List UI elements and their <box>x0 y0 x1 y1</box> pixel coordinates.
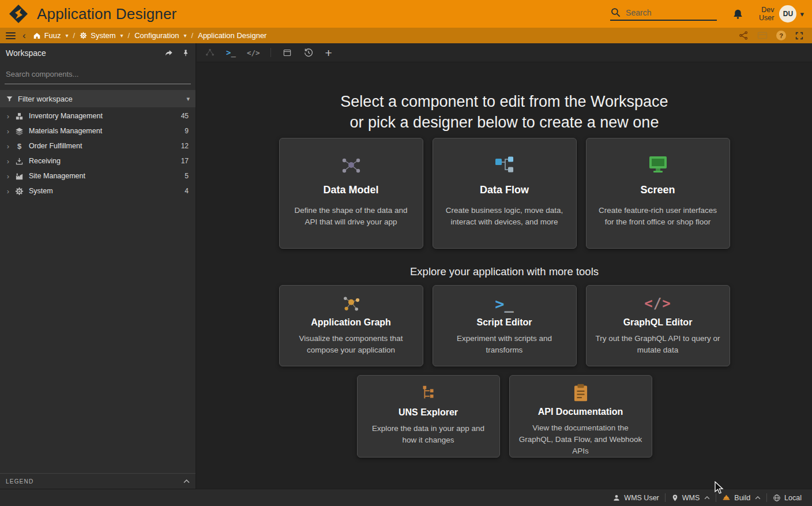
workspace-title: Workspace <box>6 48 46 58</box>
receiving-icon <box>15 157 24 166</box>
chevron-down-icon[interactable]: ▾ <box>121 32 123 39</box>
help-icon[interactable]: ? <box>776 31 786 40</box>
factory-icon <box>15 172 24 181</box>
data-flow-card[interactable]: Data Flow Create business logic, move da… <box>433 138 577 249</box>
chevron-up-icon <box>755 496 761 500</box>
pin-icon[interactable] <box>182 48 190 58</box>
fullscreen-icon[interactable] <box>795 31 804 40</box>
application-graph-card[interactable]: Application Graph Visualize the componen… <box>279 285 423 366</box>
workspace-header: Workspace <box>0 43 196 63</box>
toolbar-divider <box>270 48 271 57</box>
notifications-bell-icon[interactable] <box>732 8 744 20</box>
card-title: Screen <box>640 184 675 196</box>
card-title: API Documentation <box>538 407 623 417</box>
status-user[interactable]: WMS User <box>610 494 661 502</box>
location-pin-icon <box>671 494 679 502</box>
window-panel-icon[interactable] <box>282 48 292 58</box>
uns-explorer-card[interactable]: UNS Explorer Explore the data in your ap… <box>357 375 500 458</box>
card-description: Create feature-rich user interfaces for … <box>595 205 721 228</box>
component-tree: › Inventory Management 45 › Materials Ma… <box>0 108 196 198</box>
component-search-input[interactable] <box>5 66 191 84</box>
graphql-editor-card[interactable]: </> GraphQL Editor Try out the GraphQL A… <box>586 285 730 366</box>
screen-icon <box>646 153 670 177</box>
script-editor-icon: >_ <box>495 293 514 314</box>
script-console-icon[interactable]: >_ <box>226 48 236 57</box>
expand-chevron-icon[interactable]: › <box>3 157 13 166</box>
breadcrumb-item-application-designer[interactable]: Application Designer <box>198 31 266 40</box>
extra-cards-row: UNS Explorer Explore the data in your ap… <box>197 375 812 458</box>
tree-item-system[interactable]: › System 4 <box>0 183 196 198</box>
breadcrumb-item-system[interactable]: System ▾ <box>80 31 123 40</box>
card-description: Define the shape of the data and API tha… <box>288 205 415 228</box>
card-title: GraphQL Editor <box>623 317 693 328</box>
tool-cards-row: Application Graph Visualize the componen… <box>197 285 812 366</box>
breadcrumb-separator: / <box>128 31 130 40</box>
expand-chevron-icon[interactable]: › <box>3 112 13 121</box>
search-icon <box>610 7 621 18</box>
chevron-down-icon[interactable]: ▾ <box>186 95 190 103</box>
item-count-badge: 45 <box>181 112 189 120</box>
tree-item-site-management[interactable]: › Site Management 5 <box>0 168 196 183</box>
data-flow-icon <box>493 153 516 177</box>
tree-item-receiving[interactable]: › Receiving 17 <box>0 153 196 168</box>
card-description: Create business logic, move data, intera… <box>441 205 568 228</box>
expand-chevron-icon[interactable]: › <box>3 187 13 196</box>
add-tab-icon[interactable]: + <box>325 47 332 59</box>
application-designer-app: Application Designer Dev User DU ▾ <box>0 0 812 506</box>
status-location[interactable]: WMS <box>669 494 713 502</box>
chevron-up-icon <box>704 496 710 500</box>
top-bar: Application Designer Dev User DU ▾ <box>0 0 812 28</box>
pop-out-arrow-icon[interactable] <box>164 48 174 58</box>
tree-item-order-fulfillment[interactable]: › $ Order Fulfillment 12 <box>0 138 196 153</box>
avatar[interactable]: DU <box>779 5 796 23</box>
statusbar-divider <box>766 493 767 502</box>
card-panel-icon[interactable] <box>757 31 768 40</box>
screen-card[interactable]: Screen Create feature-rich user interfac… <box>586 138 730 249</box>
filter-workspace-row[interactable]: Filter workspace ▾ <box>0 90 196 107</box>
statusbar-divider <box>665 493 666 502</box>
user-menu-chevron-down-icon[interactable]: ▾ <box>800 10 804 18</box>
breadcrumb-actions: ? <box>739 31 806 40</box>
menu-hamburger-icon[interactable] <box>6 32 16 39</box>
global-search[interactable] <box>610 7 717 21</box>
card-description: Explore the data in your app and how it … <box>366 423 491 446</box>
card-description: Experiment with scripts and transforms <box>440 333 569 356</box>
breadcrumb-bar: ‹ Fuuz ▾ / <box>0 28 812 43</box>
legend-toggle[interactable]: LEGEND <box>0 473 196 489</box>
history-icon[interactable] <box>303 47 314 58</box>
api-documentation-card[interactable]: API Documentation View the documentation… <box>509 375 652 458</box>
expand-chevron-icon[interactable]: › <box>3 172 13 181</box>
back-chevron-icon[interactable]: ‹ <box>22 31 26 40</box>
tree-item-materials-management[interactable]: › Materials Management 9 <box>0 123 196 138</box>
breadcrumb-separator: / <box>73 31 76 40</box>
hero-heading: Select a component to edit from the Work… <box>197 91 812 133</box>
person-icon <box>612 494 621 502</box>
breadcrumb-item-configuration[interactable]: Configuration ▾ <box>134 31 186 40</box>
gear-icon <box>80 32 87 39</box>
uns-explorer-icon <box>419 383 438 404</box>
chevron-down-icon[interactable]: ▾ <box>184 32 187 39</box>
component-search[interactable] <box>5 66 191 84</box>
breadcrumb-item-fuuz[interactable]: Fuuz ▾ <box>33 31 69 40</box>
share-network-icon[interactable] <box>739 31 749 40</box>
status-environment[interactable]: Local <box>770 494 804 502</box>
script-editor-card[interactable]: >_ Script Editor Experiment with scripts… <box>433 285 577 366</box>
code-editor-icon[interactable]: </> <box>247 48 260 57</box>
materials-layers-icon <box>15 127 24 136</box>
card-title: UNS Explorer <box>399 407 458 418</box>
expand-chevron-icon[interactable]: › <box>3 127 13 136</box>
card-title: Script Editor <box>476 317 532 328</box>
hard-hat-icon <box>722 494 731 502</box>
tree-item-inventory-management[interactable]: › Inventory Management 45 <box>0 108 196 123</box>
card-title: Data Model <box>323 184 378 196</box>
breadcrumb: Fuuz ▾ / System ▾ / Configuratio <box>33 31 267 40</box>
expand-chevron-icon[interactable]: › <box>3 142 13 151</box>
chevron-down-icon[interactable]: ▾ <box>66 32 69 39</box>
breadcrumb-separator: / <box>191 31 194 40</box>
fuuz-logo-icon[interactable] <box>8 3 29 24</box>
card-description: Visualize the components that compose yo… <box>287 333 416 356</box>
search-input[interactable] <box>626 8 695 17</box>
graph-view-icon <box>205 47 215 58</box>
data-model-card[interactable]: Data Model Define the shape of the data … <box>279 138 423 249</box>
status-mode[interactable]: Build <box>720 494 763 502</box>
